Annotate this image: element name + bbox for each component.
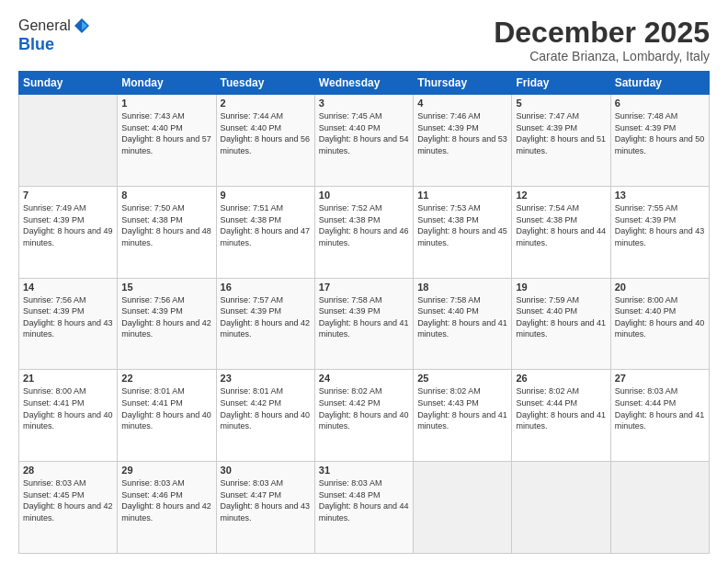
col-header-friday: Friday — [512, 72, 610, 95]
calendar-cell: 29 Sunrise: 8:03 AM Sunset: 4:46 PM Dayl… — [118, 462, 216, 554]
day-info: Sunrise: 7:58 AM Sunset: 4:40 PM Dayligh… — [417, 294, 507, 340]
sunset-text: Sunset: 4:40 PM — [319, 123, 381, 132]
logo-icon — [73, 17, 91, 35]
day-number: 15 — [121, 282, 211, 293]
sunset-text: Sunset: 4:40 PM — [121, 123, 183, 132]
day-info: Sunrise: 7:55 AM Sunset: 4:39 PM Dayligh… — [615, 202, 705, 248]
calendar-cell: 8 Sunrise: 7:50 AM Sunset: 4:38 PM Dayli… — [118, 186, 216, 278]
calendar-cell — [414, 462, 512, 554]
calendar-cell: 13 Sunrise: 7:55 AM Sunset: 4:39 PM Dayl… — [610, 186, 709, 278]
calendar-week-row: 28 Sunrise: 8:03 AM Sunset: 4:45 PM Dayl… — [19, 462, 710, 554]
day-info: Sunrise: 8:00 AM Sunset: 4:41 PM Dayligh… — [23, 385, 113, 431]
daylight-text: Daylight: 8 hours and 42 minutes. — [121, 318, 211, 339]
calendar-cell — [610, 462, 709, 554]
day-number: 2 — [221, 98, 311, 109]
sunrise-text: Sunrise: 7:45 AM — [319, 111, 382, 121]
location: Carate Brianza, Lombardy, Italy — [494, 49, 710, 63]
sunrise-text: Sunrise: 8:02 AM — [319, 386, 382, 396]
day-number: 6 — [615, 98, 705, 109]
day-number: 21 — [23, 373, 113, 384]
day-info: Sunrise: 7:51 AM Sunset: 4:38 PM Dayligh… — [221, 202, 311, 248]
sunset-text: Sunset: 4:38 PM — [516, 215, 577, 224]
col-header-wednesday: Wednesday — [314, 72, 413, 95]
month-title: December 2025 — [494, 17, 710, 49]
day-info: Sunrise: 7:44 AM Sunset: 4:40 PM Dayligh… — [221, 110, 311, 156]
day-number: 16 — [221, 282, 311, 293]
sunrise-text: Sunrise: 7:55 AM — [615, 203, 678, 213]
sunrise-text: Sunrise: 7:57 AM — [221, 295, 284, 304]
day-info: Sunrise: 8:03 AM Sunset: 4:44 PM Dayligh… — [615, 385, 705, 431]
daylight-text: Daylight: 8 hours and 56 minutes. — [221, 134, 311, 155]
sunrise-text: Sunrise: 8:00 AM — [615, 295, 678, 304]
day-number: 19 — [516, 282, 606, 293]
col-header-sunday: Sunday — [19, 72, 118, 95]
sunrise-text: Sunrise: 7:56 AM — [23, 295, 86, 304]
day-info: Sunrise: 7:48 AM Sunset: 4:39 PM Dayligh… — [615, 110, 705, 156]
calendar-cell: 19 Sunrise: 7:59 AM Sunset: 4:40 PM Dayl… — [512, 278, 610, 370]
sunrise-text: Sunrise: 7:58 AM — [417, 295, 481, 304]
daylight-text: Daylight: 8 hours and 41 minutes. — [615, 410, 705, 431]
daylight-text: Daylight: 8 hours and 41 minutes. — [417, 318, 507, 339]
calendar-cell: 23 Sunrise: 8:01 AM Sunset: 4:42 PM Dayl… — [216, 370, 314, 462]
sunrise-text: Sunrise: 7:47 AM — [516, 111, 579, 121]
day-info: Sunrise: 7:49 AM Sunset: 4:39 PM Dayligh… — [23, 202, 113, 248]
day-info: Sunrise: 7:52 AM Sunset: 4:38 PM Dayligh… — [319, 202, 409, 248]
day-number: 11 — [417, 190, 507, 201]
sunrise-text: Sunrise: 7:56 AM — [121, 295, 185, 304]
day-info: Sunrise: 7:56 AM Sunset: 4:39 PM Dayligh… — [121, 294, 211, 340]
sunset-text: Sunset: 4:39 PM — [23, 306, 85, 316]
day-info: Sunrise: 7:54 AM Sunset: 4:38 PM Dayligh… — [516, 202, 606, 248]
daylight-text: Daylight: 8 hours and 43 minutes. — [23, 318, 113, 339]
calendar-cell — [19, 95, 118, 187]
calendar-week-row: 7 Sunrise: 7:49 AM Sunset: 4:39 PM Dayli… — [19, 186, 710, 278]
day-number: 14 — [23, 282, 113, 293]
sunrise-text: Sunrise: 7:52 AM — [319, 203, 382, 213]
sunrise-text: Sunrise: 8:01 AM — [121, 386, 185, 396]
daylight-text: Daylight: 8 hours and 44 minutes. — [319, 501, 409, 523]
daylight-text: Daylight: 8 hours and 40 minutes. — [121, 410, 211, 431]
daylight-text: Daylight: 8 hours and 42 minutes. — [121, 501, 211, 523]
daylight-text: Daylight: 8 hours and 40 minutes. — [319, 410, 409, 431]
daylight-text: Daylight: 8 hours and 41 minutes. — [319, 318, 409, 339]
calendar-week-row: 21 Sunrise: 8:00 AM Sunset: 4:41 PM Dayl… — [19, 370, 710, 462]
day-info: Sunrise: 8:00 AM Sunset: 4:40 PM Dayligh… — [615, 294, 705, 340]
sunset-text: Sunset: 4:40 PM — [417, 306, 479, 316]
title-block: December 2025 Carate Brianza, Lombardy, … — [494, 17, 710, 63]
calendar-week-row: 1 Sunrise: 7:43 AM Sunset: 4:40 PM Dayli… — [19, 95, 710, 187]
calendar-cell: 3 Sunrise: 7:45 AM Sunset: 4:40 PM Dayli… — [314, 95, 413, 187]
calendar-cell: 6 Sunrise: 7:48 AM Sunset: 4:39 PM Dayli… — [610, 95, 709, 187]
day-number: 17 — [319, 282, 409, 293]
sunrise-text: Sunrise: 8:03 AM — [23, 478, 86, 488]
sunset-text: Sunset: 4:39 PM — [221, 306, 282, 316]
sunrise-text: Sunrise: 8:03 AM — [121, 478, 185, 488]
day-info: Sunrise: 8:01 AM Sunset: 4:42 PM Dayligh… — [221, 385, 311, 431]
day-info: Sunrise: 7:45 AM Sunset: 4:40 PM Dayligh… — [319, 110, 409, 156]
calendar-cell: 5 Sunrise: 7:47 AM Sunset: 4:39 PM Dayli… — [512, 95, 610, 187]
daylight-text: Daylight: 8 hours and 42 minutes. — [221, 318, 311, 339]
day-number: 25 — [417, 373, 507, 384]
daylight-text: Daylight: 8 hours and 50 minutes. — [615, 134, 705, 155]
daylight-text: Daylight: 8 hours and 40 minutes. — [221, 410, 311, 431]
day-number: 5 — [516, 98, 606, 109]
calendar-cell: 15 Sunrise: 7:56 AM Sunset: 4:39 PM Dayl… — [118, 278, 216, 370]
daylight-text: Daylight: 8 hours and 43 minutes. — [615, 226, 705, 247]
sunset-text: Sunset: 4:42 PM — [221, 398, 282, 408]
sunrise-text: Sunrise: 7:50 AM — [121, 203, 185, 213]
sunrise-text: Sunrise: 7:58 AM — [319, 295, 382, 304]
sunset-text: Sunset: 4:47 PM — [221, 490, 282, 500]
day-number: 9 — [221, 190, 311, 201]
daylight-text: Daylight: 8 hours and 48 minutes. — [121, 226, 211, 247]
day-info: Sunrise: 8:02 AM Sunset: 4:44 PM Dayligh… — [516, 385, 606, 431]
day-info: Sunrise: 7:47 AM Sunset: 4:39 PM Dayligh… — [516, 110, 606, 156]
sunrise-text: Sunrise: 8:03 AM — [615, 386, 678, 396]
calendar-cell: 1 Sunrise: 7:43 AM Sunset: 4:40 PM Dayli… — [118, 95, 216, 187]
logo-general-text: General — [18, 17, 71, 34]
daylight-text: Daylight: 8 hours and 43 minutes. — [221, 501, 311, 523]
day-number: 4 — [417, 98, 507, 109]
calendar-cell: 22 Sunrise: 8:01 AM Sunset: 4:41 PM Dayl… — [118, 370, 216, 462]
day-info: Sunrise: 7:46 AM Sunset: 4:39 PM Dayligh… — [417, 110, 507, 156]
daylight-text: Daylight: 8 hours and 41 minutes. — [417, 410, 507, 431]
day-number: 18 — [417, 282, 507, 293]
sunset-text: Sunset: 4:38 PM — [417, 215, 479, 224]
calendar-cell: 21 Sunrise: 8:00 AM Sunset: 4:41 PM Dayl… — [19, 370, 118, 462]
